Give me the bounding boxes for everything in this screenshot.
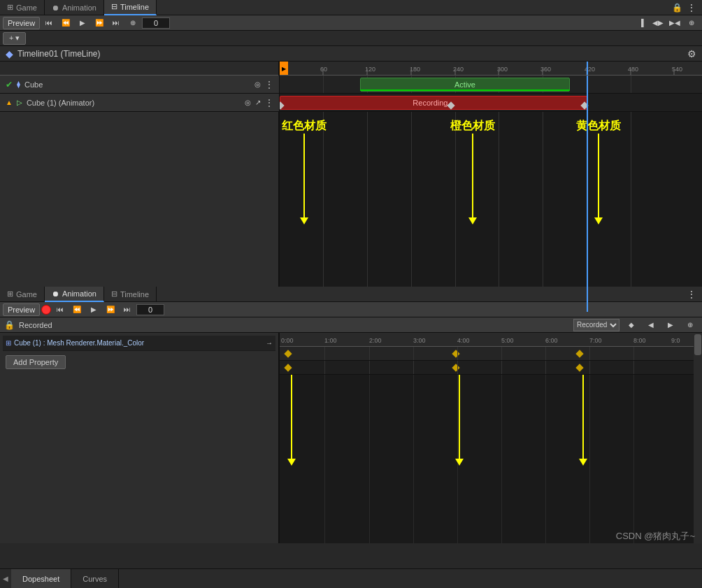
add-button[interactable]: + ▾ [3,32,26,45]
diamond-add-btn[interactable]: ◆ [624,319,639,331]
anim-empty-area: CSDN @猪肉丸子~ [280,375,702,543]
bottom-game-icon: ⊞ [7,289,13,299]
bottom-next-frame[interactable]: ⏩ [103,303,118,316]
bottom-main: ⊞ Cube (1) : Mesh Renderer.Material._Col… [0,333,702,543]
grid-line-1 [323,76,324,93]
recorded-row: 🔒 Recorded Recorded ◆ ◀ ▶ ⊕ [0,317,702,333]
playhead-line-track1 [587,76,588,94]
add-property-button[interactable]: Add Property [6,355,66,369]
add-kf-btn[interactable]: ⊕ [682,319,698,331]
bottom-tab-timeline[interactable]: ⊟ Timeline [104,287,157,302]
bottom-panel-menu[interactable]: ⋮ [687,289,702,300]
kf-prop-mid[interactable] [452,364,459,371]
add-clip-button[interactable]: ⊕ [684,17,699,29]
playhead-line-empty [587,112,588,312]
bottom-preview-button[interactable]: Preview [3,303,40,316]
annotation-orange: 橙色材质 [450,119,495,224]
cube-track-menu[interactable]: ⋮ [265,80,273,89]
anim-mark-3: 3:00 [413,337,426,344]
bottom-annotation-yellow [579,375,587,466]
kf-prop-start[interactable] [284,364,292,371]
timeline-ruler: ▶ 60 120 180 240 300 360 420 480 540 [280,62,702,76]
prop-name: Cube (1) : Mesh Renderer.Material._Color [14,339,144,347]
play-button[interactable]: ▶ [75,17,90,29]
anim-mark-9: 9:0 [671,337,680,344]
active-green-line [360,89,570,91]
anim-mark-0: 0:00 [281,337,294,344]
bottom-prev-frame[interactable]: ⏪ [69,303,85,316]
watermark: CSDN @猪肉丸子~ [616,530,695,543]
menu-icon[interactable]: ⋮ [687,2,696,13]
timeline-title: Timeline01 (TimeLine) [17,49,100,59]
kf-master-mid[interactable] [452,350,459,357]
animation-icon: ⏺ [52,3,59,12]
prop-row: ⊞ Cube (1) : Mesh Renderer.Material._Col… [3,336,275,351]
anim-hscroll-left[interactable]: ◀ [0,575,11,582]
bottom-time-input[interactable] [136,304,164,315]
bottom-tab-animation[interactable]: ⏺ Animation [45,287,104,302]
annotation-yellow: 黄色材质 [576,119,621,224]
bottom-skip-start[interactable]: ⏮ [52,303,68,316]
record-mode-button[interactable]: ⊕ [125,17,141,29]
recorded-select[interactable]: Recorded [573,319,619,331]
bottom-right-panel: 0:00 1:00 2:00 3:00 4:00 5:00 6:00 7:00 … [280,333,702,543]
track-label-cube: ✔ ⧫ Cube ◎ ⋮ [0,76,280,94]
bottom-anim-icon: ⏺ [52,289,59,298]
cube-track-name: Cube [24,80,250,89]
tab-dopesheet[interactable]: Dopesheet [11,569,71,589]
skip-end-button[interactable]: ⏭ [108,17,124,29]
animator-track-arrow[interactable]: ↗ [255,99,261,106]
top-tab-bar: ⊞ Game ⏺ Animation ⊟ Timeline 🔒 ⋮ [0,0,702,15]
bottom-annotation-orange [455,375,464,466]
tab-game[interactable]: ⊞ Game [0,0,45,15]
cube-track-check[interactable]: ✔ [6,80,13,89]
animator-track-menu[interactable]: ⋮ [265,98,273,108]
tab-curves[interactable]: Curves [71,569,119,589]
ruler-ticks [280,62,702,75]
tab-timeline[interactable]: ⊟ Timeline [104,0,157,15]
recording-block[interactable]: Recording... [280,96,587,110]
prop-arrow[interactable]: → [266,339,273,347]
next-kf-btn[interactable]: ▶ [663,319,678,331]
animator-track-name: Cube (1) (Animator) [27,99,241,107]
next-frame-button[interactable]: ⏩ [92,17,107,29]
kf-prop-end[interactable] [575,364,583,371]
zoom-in-button[interactable]: ▶◀ [667,17,682,29]
track-content-cube: Active [280,76,702,94]
bottom-timeline-icon: ⊟ [111,289,117,299]
anim-mark-5: 5:00 [501,337,514,344]
preview-button[interactable]: Preview [3,17,40,29]
skip-start-button[interactable]: ⏮ [41,17,57,29]
playhead-marker[interactable]: ▶ [280,62,288,76]
prev-kf-btn[interactable]: ◀ [643,319,659,331]
anim-vscrollbar[interactable] [694,333,702,543]
diamond-start [280,101,285,109]
bottom-play[interactable]: ▶ [86,303,101,316]
bottom-skip-end[interactable]: ⏭ [120,303,135,316]
bottom-tab-game[interactable]: ⊞ Game [0,287,45,302]
vscrollbar-thumb[interactable] [694,334,701,355]
prev-frame-button[interactable]: ⏪ [58,17,73,29]
game-icon: ⊞ [7,3,13,12]
animator-track-eye[interactable]: ◎ [245,99,251,106]
bottom-toolbar: Preview ⏮ ⏪ ▶ ⏩ ⏭ [0,302,702,317]
anim-mark-1: 1:00 [324,337,337,344]
zoom-out-button[interactable]: ◀▶ [650,17,666,29]
active-label: Active [454,80,475,89]
settings-icon[interactable]: ⚙ [687,48,696,59]
top-toolbar: Preview ⏮ ⏪ ▶ ⏩ ⏭ ⊕ ▐ ◀▶ ▶◀ ⊕ [0,15,702,31]
timeline-clip-icon: ◆ [6,48,13,59]
time-input[interactable] [142,17,170,29]
kf-master-start[interactable] [284,350,292,357]
fit-button[interactable]: ▐ [633,17,649,29]
lock-icon: 🔒 [672,3,682,13]
prop-grid-icon: ⊞ [6,339,11,347]
kf-master-end[interactable] [575,350,583,357]
tab-animation[interactable]: ⏺ Animation [45,0,104,15]
cube-track-icon: ⧫ [17,80,20,88]
record-indicator [41,305,51,315]
cube-track-eye[interactable]: ◎ [255,80,261,88]
annotation-red: 红色材质 [282,119,327,224]
playhead-line-track2 [587,94,588,112]
anim-mark-7: 7:00 [589,337,602,344]
